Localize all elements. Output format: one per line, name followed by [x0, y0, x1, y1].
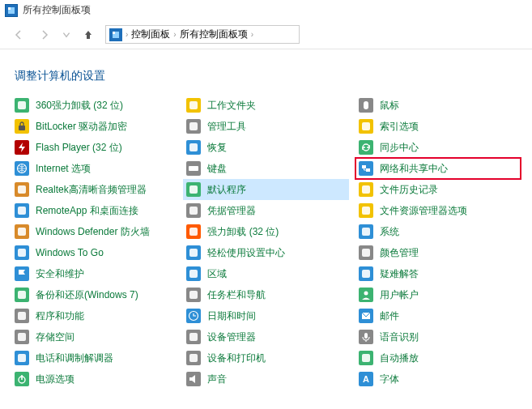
control-panel-item[interactable]: 邮件 [355, 305, 521, 326]
control-panel-item[interactable]: 电源选项 [11, 369, 177, 390]
control-panel-item[interactable]: 文件资源管理器选项 [355, 200, 521, 221]
history-dropdown[interactable] [62, 26, 71, 44]
control-panel-item[interactable]: 管理工具 [183, 116, 348, 137]
control-panel-item[interactable]: 日期和时间 [183, 305, 348, 326]
control-panel-item[interactable]: 设备和打印机 [183, 347, 348, 369]
control-panel-item[interactable]: 索引选项 [355, 116, 521, 137]
control-panel-item[interactable]: Internet 选项 [11, 158, 177, 179]
autoplay-icon [359, 351, 373, 365]
control-panel-item-label: 存储空间 [36, 330, 74, 344]
control-panel-item[interactable]: 凭据管理器 [183, 200, 348, 221]
control-panel-item[interactable]: A字体 [355, 369, 521, 390]
control-panel-item[interactable]: 备份和还原(Windows 7) [11, 284, 177, 305]
programs-icon [15, 309, 29, 323]
control-panel-item[interactable]: 默认程序 [183, 179, 348, 200]
control-panel-item[interactable]: 工作文件夹 [183, 95, 348, 116]
control-panel-item-label: Flash Player (32 位) [36, 141, 122, 155]
control-panel-item[interactable]: Windows Defender 防火墙 [11, 221, 177, 242]
svg-rect-7 [19, 126, 25, 130]
control-panel-item-label: Windows To Go [36, 247, 104, 258]
svg-rect-20 [362, 207, 370, 215]
control-panel-item[interactable]: 程序和功能 [11, 305, 177, 326]
control-panel-item-label: 工作文件夹 [207, 99, 256, 113]
control-panel-item[interactable]: 声音 [183, 369, 348, 390]
control-panel-item[interactable]: BitLocker 驱动器加密 [11, 116, 177, 137]
control-panel-item[interactable]: 360强力卸载 (32 位) [11, 95, 177, 116]
control-panel-item[interactable]: 设备管理器 [183, 326, 348, 347]
control-panel-item-label: 语音识别 [380, 330, 419, 344]
control-panel-item[interactable]: Realtek高清晰音频管理器 [11, 179, 177, 200]
control-panel-item-label: 凭据管理器 [207, 204, 256, 218]
svg-rect-4 [18, 101, 26, 109]
nav-toolbar: › 控制面板 › 所有控制面板项 › [0, 20, 532, 49]
svg-rect-1 [8, 7, 11, 10]
control-panel-items-grid: 360强力卸载 (32 位)工作文件夹鼠标BitLocker 驱动器加密管理工具… [0, 95, 532, 406]
control-panel-item-label: 同步中心 [380, 141, 419, 155]
control-panel-item[interactable]: Windows To Go [11, 242, 177, 263]
control-panel-item-label: RemoteApp 和桌面连接 [36, 204, 138, 218]
control-panel-item[interactable]: 安全和维护 [11, 263, 177, 284]
window-title: 所有控制面板项 [23, 3, 91, 17]
control-panel-item[interactable]: 鼠标 [355, 95, 521, 116]
control-panel-item[interactable]: 自动播放 [355, 347, 521, 369]
svg-rect-37 [364, 333, 368, 339]
up-button[interactable] [79, 26, 97, 44]
control-panel-item[interactable]: 系统 [355, 221, 521, 242]
control-panel-item-label: 安全和维护 [36, 267, 84, 281]
control-panel-icon [5, 4, 18, 17]
control-panel-icon [109, 28, 122, 41]
chevron-right-icon: › [126, 30, 128, 39]
control-panel-item[interactable]: 任务栏和导航 [183, 284, 348, 305]
svg-point-31 [364, 292, 368, 296]
control-panel-item-label: Realtek高清晰音频管理器 [36, 183, 147, 197]
control-panel-item[interactable]: 语音识别 [355, 326, 521, 347]
system-icon [359, 224, 373, 239]
ease-icon [186, 245, 201, 260]
svg-rect-8 [189, 122, 198, 130]
flag-icon [15, 266, 29, 281]
control-panel-item[interactable]: Flash Player (32 位) [11, 137, 177, 158]
control-panel-item[interactable]: 区域 [183, 263, 348, 284]
control-panel-item[interactable]: RemoteApp 和桌面连接 [11, 200, 177, 221]
control-panel-item-label: 系统 [380, 225, 399, 239]
control-panel-item[interactable]: 疑难解答 [355, 263, 521, 284]
control-panel-item-label: 设备管理器 [207, 330, 256, 344]
svg-rect-29 [18, 291, 26, 299]
svg-rect-14 [366, 168, 370, 172]
control-panel-item[interactable]: 轻松使用设置中心 [183, 242, 348, 263]
control-panel-item[interactable]: 网络和共享中心 [355, 158, 521, 179]
flash-icon [15, 140, 29, 155]
control-panel-item-label: 颜色管理 [380, 246, 419, 260]
control-panel-item[interactable]: 存储空间 [11, 326, 177, 347]
admintools-icon [186, 119, 201, 134]
uninstall-icon [186, 224, 201, 239]
fonts-icon: A [359, 372, 373, 386]
trash-360-icon [15, 98, 29, 113]
defaults-icon [186, 182, 201, 197]
control-panel-item-label: 任务栏和导航 [207, 288, 266, 302]
control-panel-item[interactable]: 用户帐户 [355, 284, 521, 305]
togo-icon [15, 245, 29, 260]
control-panel-item[interactable]: 键盘 [183, 158, 348, 179]
credentials-icon [186, 203, 201, 218]
svg-rect-38 [18, 354, 26, 362]
forward-button[interactable] [36, 26, 53, 44]
breadcrumb-current[interactable]: 所有控制面板项 [180, 28, 248, 41]
page-title: 调整计算机的设置 [0, 49, 532, 95]
svg-rect-32 [18, 312, 26, 320]
storage-icon [15, 330, 29, 344]
svg-rect-13 [362, 165, 366, 168]
breadcrumb-root[interactable]: 控制面板 [131, 28, 170, 41]
control-panel-item[interactable]: 颜色管理 [355, 242, 521, 263]
control-panel-item[interactable]: 文件历史记录 [355, 179, 521, 200]
svg-text:A: A [363, 374, 369, 384]
control-panel-item[interactable]: 电话和调制解调器 [11, 347, 177, 369]
breadcrumb[interactable]: › 控制面板 › 所有控制面板项 › [105, 25, 300, 44]
svg-rect-40 [362, 354, 370, 362]
control-panel-item[interactable]: 同步中心 [355, 137, 521, 158]
control-panel-item-label: Windows Defender 防火墙 [36, 225, 150, 239]
back-button[interactable] [10, 26, 28, 44]
control-panel-item-label: 日期和时间 [207, 309, 256, 323]
control-panel-item[interactable]: 恢复 [183, 137, 348, 158]
control-panel-item[interactable]: 强力卸载 (32 位) [183, 221, 348, 242]
